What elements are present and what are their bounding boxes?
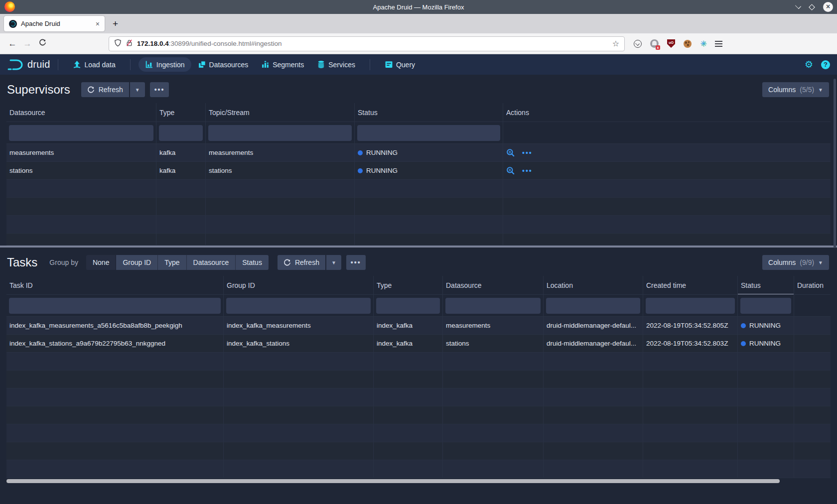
filter-input-datasource[interactable] bbox=[445, 298, 541, 314]
cell-type[interactable]: index_kafka bbox=[374, 317, 443, 334]
help-icon[interactable]: ? bbox=[821, 60, 830, 69]
filter-input-datasource[interactable] bbox=[9, 125, 153, 141]
col-header-datasource[interactable]: Datasource bbox=[443, 276, 544, 294]
col-header-task-id[interactable]: Task ID bbox=[6, 276, 224, 294]
cell-type[interactable]: kafka bbox=[156, 162, 206, 179]
shield-icon[interactable] bbox=[114, 39, 122, 49]
cell-type[interactable]: index_kafka bbox=[374, 335, 443, 352]
group-by-datasource-button[interactable]: Datasource bbox=[187, 255, 236, 270]
cell-group-id[interactable]: index_kafka_measurements bbox=[224, 317, 374, 334]
row-more-icon[interactable]: ••• bbox=[522, 167, 533, 175]
tasks-more-button[interactable]: ••• bbox=[346, 255, 366, 270]
col-header-group-id[interactable]: Group ID bbox=[224, 276, 374, 294]
window-close-icon[interactable]: × bbox=[823, 2, 833, 12]
cell-topic[interactable]: stations bbox=[206, 162, 355, 179]
nav-item-segments[interactable]: Segments bbox=[255, 57, 310, 72]
vertical-scrollbar[interactable] bbox=[834, 79, 836, 248]
cell-status[interactable]: RUNNING bbox=[355, 144, 503, 161]
row-more-icon[interactable]: ••• bbox=[522, 149, 533, 157]
nav-item-query[interactable]: Query bbox=[378, 57, 421, 72]
inspect-magnifier-icon[interactable] bbox=[506, 166, 515, 175]
task-row[interactable]: index_kafka_measurements_a5616c5ba8afb8b… bbox=[6, 317, 831, 335]
url-text[interactable]: 172.18.0.4:30899/unified-console.html#in… bbox=[137, 40, 608, 47]
filter-input-location[interactable] bbox=[546, 298, 640, 314]
group-by-group-id-button[interactable]: Group ID bbox=[116, 255, 158, 270]
col-header-type[interactable]: Type bbox=[374, 276, 443, 294]
window-minimize-icon[interactable] bbox=[795, 3, 801, 9]
cell-datasource[interactable]: measurements bbox=[443, 317, 544, 334]
window-maximize-icon[interactable] bbox=[809, 4, 815, 10]
privacy-extension-icon[interactable] bbox=[650, 39, 659, 48]
extension-asterisk-icon[interactable]: ✳ bbox=[700, 39, 706, 48]
cell-type[interactable]: kafka bbox=[156, 144, 206, 161]
cell-datasource[interactable]: measurements bbox=[6, 144, 156, 161]
druid-logo[interactable]: druid bbox=[7, 58, 50, 71]
supervisors-refresh-button[interactable]: Refresh bbox=[81, 82, 129, 97]
group-by-status-button[interactable]: Status bbox=[236, 255, 269, 270]
cell-created-time[interactable]: 2022-08-19T05:34:52.805Z bbox=[643, 317, 738, 334]
col-header-status-sorted[interactable]: Status bbox=[738, 276, 794, 294]
cookie-extension-icon[interactable] bbox=[684, 40, 692, 48]
status-dot bbox=[358, 168, 363, 173]
inspect-magnifier-icon[interactable] bbox=[506, 148, 515, 157]
filter-input-topic[interactable] bbox=[208, 125, 352, 141]
tab-apache-druid[interactable]: Apache Druid × bbox=[4, 16, 105, 31]
url-bar[interactable]: 172.18.0.4:30899/unified-console.html#in… bbox=[109, 36, 625, 51]
task-row[interactable]: index_kafka_stations_a9a679b22795b63_nnk… bbox=[6, 335, 831, 353]
nav-item-load-data[interactable]: Load data bbox=[66, 57, 122, 72]
tab-close-icon[interactable]: × bbox=[96, 20, 100, 28]
supervisor-row[interactable]: stations kafka stations RUNNING ••• bbox=[6, 162, 831, 180]
cell-status[interactable]: RUNNING bbox=[738, 317, 794, 334]
horizontal-scrollbar[interactable] bbox=[6, 479, 780, 483]
filter-input-type[interactable] bbox=[376, 298, 440, 314]
filter-input-status[interactable] bbox=[357, 125, 500, 141]
supervisor-row[interactable]: measurements kafka measurements RUNNING … bbox=[6, 144, 831, 162]
filter-input-type[interactable] bbox=[159, 125, 203, 141]
cell-status[interactable]: RUNNING bbox=[355, 162, 503, 179]
col-header-type[interactable]: Type bbox=[156, 103, 206, 122]
cell-created-time[interactable]: 2022-08-19T05:34:52.803Z bbox=[643, 335, 738, 352]
back-button[interactable]: ← bbox=[5, 39, 20, 49]
group-by-none-button[interactable]: None bbox=[86, 255, 116, 270]
reload-button[interactable] bbox=[35, 39, 50, 49]
col-header-location[interactable]: Location bbox=[544, 276, 643, 294]
supervisors-more-button[interactable]: ••• bbox=[150, 82, 169, 97]
ublock-icon[interactable]: uO bbox=[667, 39, 675, 48]
col-header-topic[interactable]: Topic/Stream bbox=[206, 103, 355, 122]
group-by-type-button[interactable]: Type bbox=[158, 255, 186, 270]
new-tab-button[interactable]: + bbox=[113, 18, 118, 29]
cell-datasource[interactable]: stations bbox=[6, 162, 156, 179]
tasks-columns-button[interactable]: Columns (9/9) ▼ bbox=[762, 255, 829, 270]
nav-item-services[interactable]: Services bbox=[310, 57, 362, 72]
tasks-refresh-dropdown[interactable]: ▼ bbox=[326, 255, 341, 270]
cell-task-id[interactable]: index_kafka_stations_a9a679b22795b63_nnk… bbox=[6, 335, 224, 352]
nav-item-label: Segments bbox=[273, 61, 304, 69]
nav-item-datasources[interactable]: Datasources bbox=[191, 57, 255, 72]
cell-group-id[interactable]: index_kafka_stations bbox=[224, 335, 374, 352]
supervisors-columns-button[interactable]: Columns (5/5) ▼ bbox=[762, 82, 829, 97]
cell-task-id[interactable]: index_kafka_measurements_a5616c5ba8afb8b… bbox=[6, 317, 224, 334]
filter-input-created-time[interactable] bbox=[646, 298, 735, 314]
filter-input-status[interactable] bbox=[740, 298, 791, 314]
pocket-icon[interactable] bbox=[634, 40, 642, 48]
cell-datasource[interactable]: stations bbox=[443, 335, 544, 352]
col-header-created-time[interactable]: Created time bbox=[643, 276, 738, 294]
cell-duration[interactable] bbox=[794, 317, 831, 334]
tasks-refresh-button[interactable]: Refresh bbox=[278, 255, 325, 270]
filter-input-group-id[interactable] bbox=[226, 298, 371, 314]
supervisors-refresh-dropdown[interactable]: ▼ bbox=[130, 82, 145, 97]
cell-location[interactable]: druid-middlemanager-defaul... bbox=[544, 335, 643, 352]
cell-duration[interactable] bbox=[794, 335, 831, 352]
filter-input-task-id[interactable] bbox=[9, 298, 221, 314]
insecure-lock-icon[interactable] bbox=[126, 39, 133, 49]
nav-item-ingestion[interactable]: Ingestion bbox=[139, 57, 191, 72]
col-header-status[interactable]: Status bbox=[355, 103, 503, 122]
cell-status[interactable]: RUNNING bbox=[738, 335, 794, 352]
col-header-duration[interactable]: Duration bbox=[794, 276, 831, 294]
hamburger-menu-icon[interactable] bbox=[715, 41, 722, 42]
bookmark-star-icon[interactable]: ☆ bbox=[612, 39, 619, 48]
settings-gear-icon[interactable]: ⚙ bbox=[805, 60, 813, 69]
cell-topic[interactable]: measurements bbox=[206, 144, 355, 161]
col-header-datasource[interactable]: Datasource bbox=[6, 103, 156, 122]
cell-location[interactable]: druid-middlemanager-defaul... bbox=[544, 317, 643, 334]
